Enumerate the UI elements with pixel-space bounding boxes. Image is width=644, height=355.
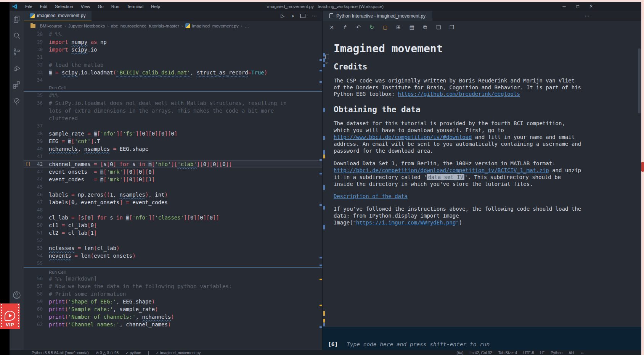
undo-icon[interactable]: ↶: [355, 24, 362, 30]
run-cell-codelens[interactable]: Run Cell: [24, 267, 322, 275]
code-input-box[interactable]: [6] Type code here and press shift-enter…: [323, 327, 641, 352]
code-line[interactable]: 52: [24, 237, 322, 244]
md-link[interactable]: Description of the data: [334, 193, 408, 199]
delete-cell-icon[interactable]: ×: [325, 60, 329, 66]
code-line[interactable]: 45: [24, 183, 322, 191]
code-line-wrap[interactable]: lots of extra dimensions in the arrays. …: [24, 107, 322, 115]
code-line[interactable]: 36# SciPy.io.loadmat does not deal well …: [24, 99, 322, 107]
search-icon[interactable]: [10, 27, 24, 44]
collapse-all-cells-icon[interactable]: ❐: [448, 24, 456, 30]
code-line[interactable]: 58# Print some information: [24, 290, 322, 298]
breadcrumb-item[interactable]: Jupyter Notebooks: [68, 24, 105, 28]
code-line[interactable]: 62print('Channel names:', channel_names): [24, 321, 322, 328]
status-item[interactable]: Ln 42, Col 32: [469, 350, 492, 355]
code-line[interactable]: 53nclasses = len(cl_lab): [24, 244, 322, 252]
split-editor-icon[interactable]: [300, 14, 305, 18]
source-control-icon[interactable]: [10, 44, 24, 60]
export-notebook-icon[interactable]: ⧉: [421, 24, 429, 31]
code-line[interactable]: 54nevents = len(event_onsets): [24, 252, 322, 260]
extensions-icon[interactable]: [10, 76, 24, 93]
md-link[interactable]: http://bbci.de/competition/download/comp…: [334, 167, 549, 173]
code-line[interactable]: 37: [24, 122, 322, 130]
menu-item-run[interactable]: Run: [108, 3, 123, 10]
menu-item-help[interactable]: Help: [148, 3, 164, 10]
run-in-interactive-window-icon[interactable]: ◑: [291, 13, 294, 19]
code-line[interactable]: 48: [24, 206, 322, 214]
account-icon[interactable]: [10, 287, 24, 303]
code-line[interactable]: 50cl1 = cl_lab[0]: [24, 221, 322, 229]
status-item[interactable]: Python 3.8.5 64-bit ('mne': conda): [32, 350, 88, 355]
code-line-wrap[interactable]: cluttered: [24, 115, 322, 122]
menu-item-go[interactable]: Go: [94, 3, 107, 10]
code-line[interactable]: 56# %% [markdown]: [24, 275, 322, 282]
close-icon[interactable]: ×: [590, 4, 593, 9]
code-line[interactable]: 33m = scipy.io.loadmat('BCICIV_calib_ds1…: [24, 69, 322, 76]
md-link[interactable]: https://i.imgur.com/WWrydEh.png": [356, 219, 459, 226]
restart-kernel-icon[interactable]: ↻: [368, 24, 376, 30]
scrollbar[interactable]: [638, 48, 641, 113]
expand-all-cells-icon[interactable]: ❏: [435, 24, 442, 30]
code-line[interactable]: 30import scipy.io: [24, 46, 322, 53]
more-actions-icon[interactable]: ⋯: [312, 13, 317, 19]
status-item[interactable]: Tab Size: 4: [498, 350, 517, 355]
code-editor[interactable]: 28# %%29import numpy as np30import scipy…: [24, 31, 322, 352]
breadcrumb-item[interactable]: …: [245, 24, 249, 28]
menu-item-file[interactable]: File: [22, 3, 36, 10]
menu-item-edit[interactable]: Edit: [37, 3, 51, 10]
menu-item-terminal[interactable]: Terminal: [124, 3, 147, 10]
code-line[interactable]: 29import numpy as np: [24, 38, 322, 46]
tab-imagined-movement[interactable]: imagined_movement.py: [24, 11, 92, 21]
clear-icon[interactable]: ×: [328, 24, 336, 30]
status-item[interactable]: ☺: [580, 350, 584, 355]
maximize-icon[interactable]: □: [577, 4, 579, 9]
run-cell-codelens[interactable]: Run Cell: [24, 84, 322, 92]
code-line[interactable]: 40nchannels, nsamples = EEG.shape: [24, 145, 322, 153]
more-actions-icon[interactable]: ⋯: [585, 13, 589, 19]
breadcrumb-item[interactable]: imagined_movement.py: [185, 23, 239, 28]
code-line[interactable]: 31: [24, 53, 322, 61]
code-line[interactable]: 43event_onsets = m['mrk'][0][0][0]: [24, 168, 322, 176]
md-link[interactable]: http://www.bbci.de/competition/iv/#downl…: [334, 134, 472, 140]
minimize-icon[interactable]: ─: [562, 4, 566, 9]
interrupt-kernel-icon[interactable]: ▢: [381, 24, 389, 30]
variable-explorer-icon[interactable]: ⊞: [395, 24, 402, 30]
code-line[interactable]: 47labels[0, event_onsets] = event_codes: [24, 198, 322, 206]
status-item[interactable]: ⊘ 0 △ 3 ⊙ 98: [95, 350, 119, 355]
goto-cell-icon[interactable]: [325, 55, 329, 59]
run-file-icon[interactable]: ▷: [281, 13, 284, 19]
cell-actions[interactable]: ×: [325, 55, 329, 66]
code-line[interactable]: 61print('Number of channels:', nchannels…: [24, 313, 322, 321]
menu-item-view[interactable]: View: [77, 3, 94, 10]
explorer-icon[interactable]: [10, 11, 24, 27]
code-line[interactable]: 49cl_lab = [s[0] for s in m['nfo']['clas…: [24, 214, 322, 221]
code-line[interactable]: 28# %%: [24, 31, 322, 38]
status-item[interactable]: LF: [540, 350, 545, 355]
menu-item-selection[interactable]: Selection: [51, 3, 76, 10]
status-item[interactable]: UTF-8: [523, 350, 534, 355]
code-line[interactable]: []42channel_names = [s[0] for s in m['nf…: [24, 160, 322, 168]
code-line[interactable]: 38sample_rate = m['nfo']['fs'][0][0][0][…: [24, 130, 322, 137]
md-link[interactable]: https://github.com/breuderink/eegtools: [398, 91, 520, 97]
code-line[interactable]: 41: [24, 153, 322, 160]
breadcrumb-item[interactable]: abc_neuroscience_tutorials-master: [111, 24, 179, 28]
overview-ruler[interactable]: [319, 31, 322, 352]
tab-python-interactive[interactable]: Python Interactive - imagined_movement.p…: [323, 11, 432, 21]
status-item[interactable]: ✓ python: [125, 350, 141, 355]
status-item[interactable]: [Aa]: [456, 350, 463, 355]
code-line[interactable]: 34: [24, 76, 322, 84]
code-line[interactable]: 46labels = np.zeros((1, nsamples), int): [24, 191, 322, 198]
goto-last-icon[interactable]: ↱: [341, 24, 349, 30]
code-line[interactable]: 51cl2 = cl_lab[1]: [24, 229, 322, 237]
save-icon[interactable]: ▤: [408, 24, 416, 30]
status-item[interactable]: |: [148, 350, 149, 355]
status-item[interactable]: ✓ imagined_movement.py: [156, 350, 201, 355]
code-line[interactable]: 55: [24, 260, 322, 267]
code-line[interactable]: 59print('Shape of EEG:', EEG.shape): [24, 298, 322, 305]
code-line[interactable]: 32# load the matlab: [24, 61, 322, 69]
status-item[interactable]: Abl: [569, 350, 574, 355]
testing-icon[interactable]: [10, 93, 24, 109]
status-item[interactable]: Python: [551, 350, 562, 355]
code-line[interactable]: 39EEG = m['cnt'].T: [24, 137, 322, 145]
code-line[interactable]: 44event_codes = m['mrk'][0][0][1]: [24, 176, 322, 183]
code-line[interactable]: 60print('Sample rate:', sample_rate): [24, 305, 322, 313]
